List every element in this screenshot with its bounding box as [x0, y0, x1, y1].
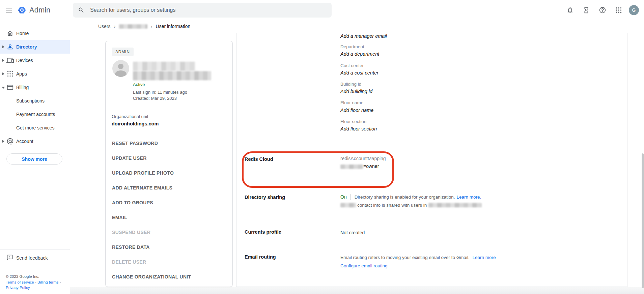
- vertical-divider: [351, 194, 351, 200]
- credit-card-icon: [6, 84, 14, 91]
- action-delete-user: DELETE USER: [106, 255, 232, 269]
- sidebar-item-home[interactable]: Home: [0, 27, 70, 40]
- sidebar-item-subscriptions[interactable]: Subscriptions: [0, 94, 70, 108]
- last-sign-in-text: Last sign in: 11 minutes ago: [133, 90, 187, 95]
- user-status-badge: Active: [133, 82, 145, 87]
- show-more-button[interactable]: Show more: [6, 153, 62, 165]
- currents-profile-value: Not created: [340, 230, 365, 235]
- send-feedback-label: Send feedback: [16, 255, 48, 261]
- directory-sharing-description: Directory sharing is enabled for your or…: [355, 195, 455, 200]
- search-input[interactable]: [89, 7, 320, 13]
- directory-sharing-learn-more-link[interactable]: Learn more.: [457, 195, 481, 200]
- send-feedback-button[interactable]: Send feedback: [0, 253, 70, 263]
- chevron-right-icon: ›: [114, 24, 116, 29]
- redis-cloud-label: Redis Cloud: [245, 156, 273, 162]
- home-icon: [6, 30, 14, 37]
- devices-icon: [6, 57, 14, 64]
- action-suspend-user: SUSPEND USER: [106, 225, 232, 240]
- pending-tasks-hourglass-icon[interactable]: [582, 6, 590, 14]
- sidebar-item-billing[interactable]: Billing: [0, 81, 70, 94]
- email-routing-configure-row: Configure email routing: [340, 263, 388, 268]
- field-cost-center[interactable]: Add a cost center: [340, 70, 379, 76]
- chevron-right-icon: ›: [151, 24, 152, 29]
- sidebar-label-billing: Billing: [16, 85, 29, 90]
- field-floor-name[interactable]: Add floor name: [340, 108, 373, 113]
- expand-arrow-icon[interactable]: [2, 140, 6, 143]
- admin-logo-icon: [18, 6, 26, 14]
- field-label-building-id: Building id: [340, 82, 361, 87]
- redacted-domain-name: [428, 203, 482, 207]
- user-information-panel: Add a manager email Department Add a dep…: [236, 33, 627, 287]
- google-admin-logo[interactable]: Admin: [18, 6, 50, 14]
- field-label-floor-name: Floor name: [340, 100, 363, 105]
- field-manager-email[interactable]: Add a manager email: [340, 33, 387, 39]
- field-label-department: Department: [340, 44, 364, 49]
- currents-profile-label: Currents profile: [245, 229, 281, 235]
- expand-arrow-icon[interactable]: [2, 46, 6, 48]
- action-add-alternate-emails[interactable]: ADD ALTERNATE EMAILS: [106, 180, 232, 195]
- action-upload-profile-photo[interactable]: UPLOAD PROFILE PHOTO: [106, 166, 232, 180]
- action-restore-data[interactable]: RESTORE DATA: [106, 240, 232, 255]
- help-icon[interactable]: [598, 6, 607, 14]
- notifications-bell-icon[interactable]: [566, 6, 574, 14]
- email-routing-learn-more-link[interactable]: Learn more: [472, 255, 496, 260]
- sidebar-item-account[interactable]: Account: [0, 135, 70, 148]
- sidebar-item-apps[interactable]: Apps: [0, 67, 70, 81]
- field-label-cost-center: Cost center: [340, 63, 364, 68]
- account-avatar[interactable]: G: [629, 5, 639, 15]
- page-background-strip: [70, 287, 644, 294]
- redacted-user-first-name: [340, 203, 356, 207]
- terms-of-service-link[interactable]: Terms of service: [6, 280, 34, 284]
- expand-arrow-icon[interactable]: [2, 72, 6, 75]
- action-change-org-unit[interactable]: CHANGE ORGANIZATIONAL UNIT: [106, 269, 232, 284]
- redacted-redis-account-id: [340, 165, 363, 169]
- field-building-id[interactable]: Add building id: [340, 89, 372, 94]
- search-bar[interactable]: [73, 3, 332, 18]
- apps-grid-icon: [6, 70, 14, 78]
- app-title: Admin: [29, 6, 50, 14]
- redis-value-suffix: =owner: [363, 164, 379, 169]
- sidebar-label-account: Account: [16, 139, 33, 144]
- billing-terms-link[interactable]: Billing terms: [37, 280, 59, 284]
- breadcrumb-current-page: User information: [156, 24, 191, 29]
- directory-sharing-status: On: [340, 194, 347, 200]
- field-department[interactable]: Add a department: [340, 51, 379, 57]
- action-email[interactable]: EMAIL: [106, 210, 232, 225]
- action-update-user[interactable]: UPDATE USER: [106, 151, 232, 166]
- collapse-arrow-icon[interactable]: [2, 87, 5, 90]
- footer-separator: -: [35, 280, 36, 284]
- directory-sharing-shared-text: contact info is shared with users in: [357, 203, 427, 208]
- directory-sharing-label: Directory sharing: [245, 195, 285, 200]
- footer-separator: -: [60, 280, 61, 284]
- privacy-policy-link[interactable]: Privacy Policy: [6, 286, 30, 290]
- sidebar-label-get-more-services: Get more services: [16, 125, 55, 130]
- action-reset-password[interactable]: RESET PASSWORD: [106, 136, 232, 151]
- redacted-breadcrumb-user-name: [119, 24, 147, 29]
- org-unit-label: Organizational unit: [112, 114, 148, 119]
- sidebar-item-payment-accounts[interactable]: Payment accounts: [0, 108, 70, 121]
- user-avatar-placeholder[interactable]: [112, 60, 129, 77]
- org-unit-value: doironholdings.com: [112, 121, 159, 126]
- admin-role-badge: ADMIN: [112, 48, 134, 56]
- copyright-text: © 2023 Google Inc.: [6, 274, 61, 280]
- redis-attribute-name: redisAccountMapping: [340, 156, 386, 161]
- google-apps-grid-icon[interactable]: [615, 6, 623, 14]
- sidebar-item-get-more-services[interactable]: Get more services: [0, 121, 70, 135]
- vertical-scrollbar[interactable]: [642, 153, 644, 288]
- email-routing-label: Email routing: [245, 254, 276, 260]
- sidebar-item-directory[interactable]: Directory: [0, 40, 70, 54]
- sidebar-item-devices[interactable]: Devices: [0, 54, 70, 67]
- action-add-to-groups[interactable]: ADD TO GROUPS: [106, 195, 232, 210]
- breadcrumb-users-link[interactable]: Users: [98, 24, 111, 29]
- sidebar-label-subscriptions: Subscriptions: [16, 98, 45, 104]
- sidebar-label-payment-accounts: Payment accounts: [16, 112, 55, 117]
- configure-email-routing-link[interactable]: Configure email routing: [340, 263, 388, 268]
- directory-sharing-detail-row: contact info is shared with users in: [340, 203, 482, 208]
- expand-arrow-icon[interactable]: [2, 59, 6, 62]
- sidebar-footer: © 2023 Google Inc. Terms of service - Bi…: [6, 274, 61, 291]
- sidebar-navigation: Home Directory Devices Apps Billin: [0, 20, 70, 294]
- sidebar-label-directory: Directory: [16, 44, 37, 50]
- topbar-icon-group: G: [558, 0, 639, 20]
- main-menu-icon[interactable]: [6, 8, 12, 12]
- field-floor-section[interactable]: Add floor section: [340, 126, 377, 131]
